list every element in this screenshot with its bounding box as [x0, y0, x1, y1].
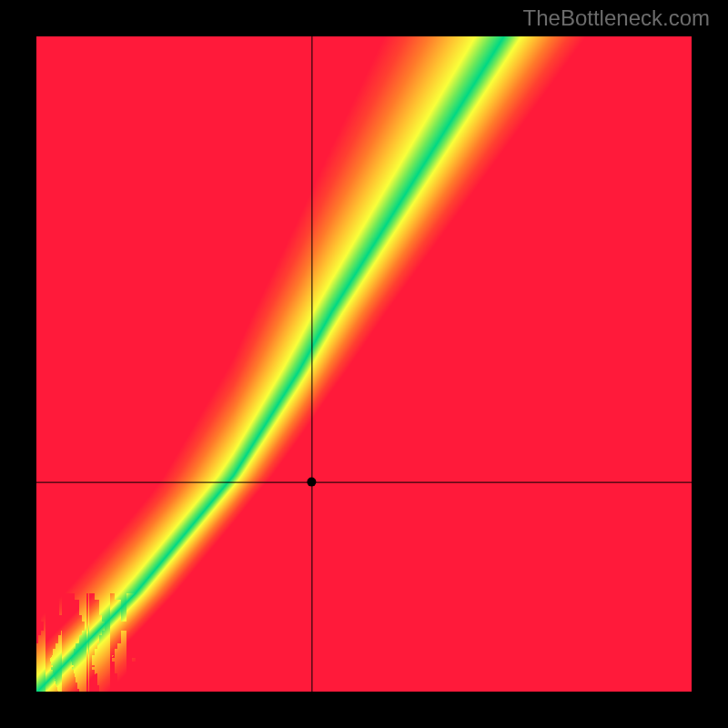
watermark-text: TheBottleneck.com [523, 5, 710, 31]
heatmap-plot [36, 36, 692, 692]
heatmap-canvas [36, 36, 692, 692]
